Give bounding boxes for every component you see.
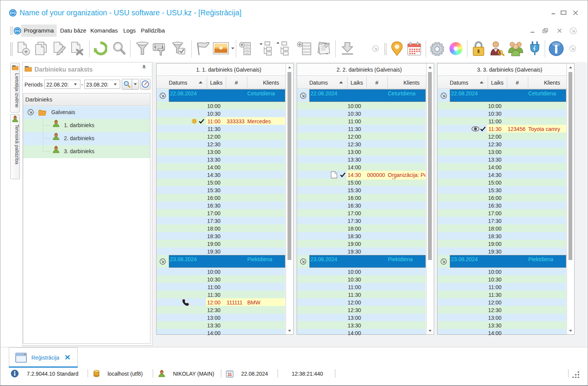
svg-text:USU: USU bbox=[10, 11, 16, 15]
svg-text:31: 31 bbox=[227, 373, 232, 377]
svg-text:USU: USU bbox=[15, 29, 20, 33]
